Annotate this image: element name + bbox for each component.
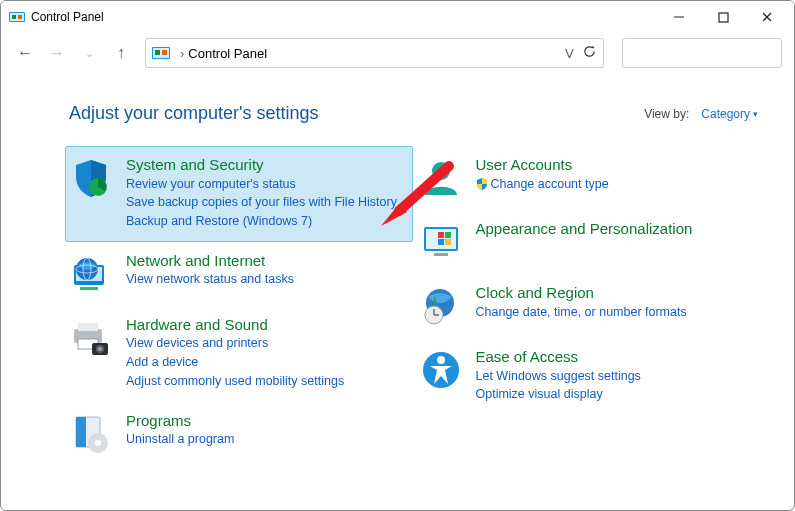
address-path: Control Panel [188, 46, 565, 61]
printer-camera-icon [70, 317, 112, 359]
link-change-date-time[interactable]: Change date, time, or number formats [476, 303, 687, 322]
page-title: Adjust your computer's settings [69, 103, 319, 124]
category-title[interactable]: Hardware and Sound [126, 315, 344, 335]
up-button[interactable]: ↑ [109, 44, 133, 62]
link-review-status[interactable]: Review your computer's status [126, 175, 397, 194]
close-button[interactable] [754, 6, 780, 28]
category-title[interactable]: Appearance and Personalization [476, 219, 693, 239]
accessibility-icon [420, 349, 462, 391]
chevron-down-icon[interactable]: ᐯ [565, 46, 574, 61]
link-devices-printers[interactable]: View devices and printers [126, 334, 344, 353]
link-optimize-visual[interactable]: Optimize visual display [476, 385, 641, 404]
recent-locations-button[interactable]: ⌄ [77, 47, 101, 60]
svg-rect-5 [719, 13, 728, 22]
svg-rect-28 [76, 417, 86, 447]
view-by-label: View by: [644, 107, 689, 121]
maximize-button[interactable] [710, 6, 736, 28]
svg-rect-22 [78, 323, 98, 331]
category-programs[interactable]: Programs Uninstall a program [69, 402, 415, 466]
chevron-right-icon: › [180, 46, 184, 61]
refresh-button[interactable] [582, 44, 597, 62]
svg-rect-36 [445, 232, 451, 238]
view-by-dropdown[interactable]: Category ▾ [695, 105, 764, 123]
navbar: ← → ⌄ ↑ › Control Panel ᐯ [1, 33, 794, 73]
window-title: Control Panel [31, 10, 104, 24]
search-box[interactable] [622, 38, 782, 68]
view-by-value: Category [701, 107, 750, 121]
minimize-button[interactable] [666, 6, 692, 28]
svg-point-44 [437, 356, 445, 364]
svg-rect-17 [80, 287, 98, 290]
svg-point-30 [95, 440, 101, 446]
chevron-down-icon: ▾ [753, 109, 758, 119]
control-panel-icon [9, 9, 25, 25]
svg-rect-2 [12, 15, 16, 19]
shield-icon [70, 157, 112, 199]
back-button[interactable]: ← [13, 44, 37, 62]
category-title[interactable]: Network and Internet [126, 251, 294, 271]
svg-point-26 [98, 347, 102, 351]
content: Adjust your computer's settings View by:… [1, 73, 794, 476]
link-file-history[interactable]: Save backup copies of your files with Fi… [126, 193, 397, 212]
monitor-colors-icon [420, 221, 462, 263]
control-panel-icon [152, 44, 170, 62]
search-input[interactable] [629, 45, 775, 62]
window: Control Panel ← → ⌄ ↑ › Control Panel ᐯ [0, 0, 795, 511]
svg-rect-10 [155, 50, 160, 55]
svg-rect-34 [434, 253, 448, 256]
category-title[interactable]: Ease of Access [476, 347, 641, 367]
category-hardware[interactable]: Hardware and Sound View devices and prin… [69, 306, 415, 402]
globe-monitor-icon [70, 253, 112, 295]
category-user-accounts[interactable]: User Accounts Change account type [419, 146, 765, 210]
link-network-status[interactable]: View network status and tasks [126, 270, 294, 289]
svg-rect-11 [162, 50, 167, 55]
svg-rect-3 [18, 15, 22, 19]
category-title[interactable]: Programs [126, 411, 234, 431]
forward-button[interactable]: → [45, 44, 69, 62]
address-bar[interactable]: › Control Panel ᐯ [145, 38, 604, 68]
globe-clock-icon [420, 285, 462, 327]
link-mobility-settings[interactable]: Adjust commonly used mobility settings [126, 372, 344, 391]
category-title[interactable]: Clock and Region [476, 283, 687, 303]
user-icon [420, 157, 462, 199]
programs-icon [70, 413, 112, 455]
link-backup-restore[interactable]: Backup and Restore (Windows 7) [126, 212, 397, 231]
category-title[interactable]: User Accounts [476, 155, 609, 175]
svg-rect-37 [438, 239, 444, 245]
link-suggest-settings[interactable]: Let Windows suggest settings [476, 367, 641, 386]
link-add-device[interactable]: Add a device [126, 353, 344, 372]
uac-shield-icon [476, 177, 488, 189]
category-clock-region[interactable]: Clock and Region Change date, time, or n… [419, 274, 765, 338]
category-ease-of-access[interactable]: Ease of Access Let Windows suggest setti… [419, 338, 765, 415]
category-title[interactable]: System and Security [126, 155, 397, 175]
svg-rect-35 [438, 232, 444, 238]
link-change-account-type[interactable]: Change account type [476, 175, 609, 194]
category-system-security[interactable]: System and Security Review your computer… [65, 146, 413, 242]
titlebar: Control Panel [1, 1, 794, 33]
category-appearance[interactable]: Appearance and Personalization [419, 210, 765, 274]
svg-rect-38 [445, 239, 451, 245]
svg-point-31 [432, 162, 450, 180]
link-uninstall[interactable]: Uninstall a program [126, 430, 234, 449]
category-network[interactable]: Network and Internet View network status… [69, 242, 415, 306]
